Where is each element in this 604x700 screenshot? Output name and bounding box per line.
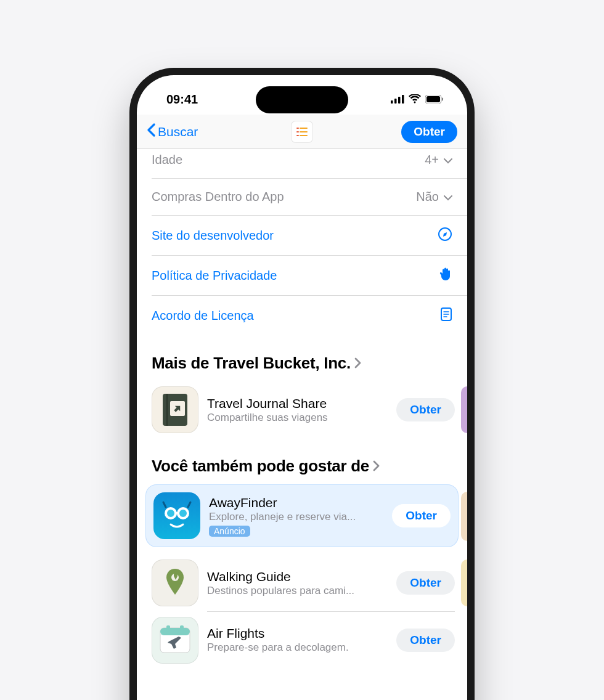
link-license-agreement[interactable]: Acordo de Licença — [152, 296, 467, 335]
app-peek-right[interactable] — [461, 560, 467, 606]
svg-rect-0 — [391, 100, 393, 104]
app-info: AwayFinder Explore, planeje e reserve vi… — [209, 495, 383, 537]
info-value: Não — [416, 190, 452, 204]
app-peek-right[interactable] — [461, 386, 467, 433]
link-label: Site do desenvolvedor — [152, 229, 274, 243]
nav-app-icon[interactable] — [291, 121, 313, 143]
svg-point-23 — [167, 510, 174, 517]
app-info: Travel Journal Share Compartilhe suas vi… — [207, 396, 388, 424]
app-name: Air Flights — [207, 626, 388, 641]
get-button[interactable]: Obter — [396, 629, 455, 652]
app-icon — [152, 386, 198, 433]
status-time: 09:41 — [166, 92, 198, 107]
get-button[interactable]: Obter — [392, 504, 451, 527]
status-indicators — [391, 92, 444, 107]
link-developer-site[interactable]: Site do desenvolvedor — [152, 216, 467, 256]
chevron-right-icon — [354, 354, 361, 373]
chevron-down-icon — [444, 190, 452, 204]
info-row-age[interactable]: Idade 4+ — [152, 149, 467, 179]
app-subtitle: Compartilhe suas viagens — [207, 412, 388, 424]
get-button[interactable]: Obter — [396, 398, 455, 421]
app-info: Walking Guide Destinos populares para ca… — [207, 569, 388, 597]
svg-rect-6 — [442, 97, 443, 100]
app-name: Travel Journal Share — [207, 396, 388, 411]
section-more-from-developer[interactable]: Mais de Travel Bucket, Inc. — [137, 335, 467, 381]
compass-icon — [438, 227, 452, 244]
info-label: Compras Dentro do App — [152, 190, 284, 204]
svg-rect-5 — [426, 96, 440, 102]
app-row-travel-journal[interactable]: Travel Journal Share Compartilhe suas vi… — [137, 381, 467, 438]
wifi-icon — [409, 92, 421, 107]
svg-point-24 — [179, 510, 187, 517]
nav-bar: Buscar Obter — [137, 115, 467, 149]
svg-rect-19 — [166, 394, 168, 426]
svg-rect-3 — [402, 95, 404, 104]
back-label: Buscar — [158, 124, 198, 139]
chevron-left-icon — [147, 123, 155, 140]
app-subtitle: Explore, planeje e reserve via... — [209, 511, 383, 523]
phone-screen: 09:41 Buscar — [137, 75, 467, 700]
svg-rect-30 — [180, 625, 184, 632]
chevron-right-icon — [373, 457, 380, 476]
section-you-might-like[interactable]: Você também pode gostar de — [137, 438, 467, 484]
svg-rect-2 — [398, 97, 401, 104]
phone-frame: 09:41 Buscar — [129, 68, 475, 700]
ad-badge: Anúncio — [209, 526, 250, 537]
back-button[interactable]: Buscar — [147, 123, 198, 140]
svg-rect-1 — [394, 99, 397, 104]
app-icon — [152, 617, 198, 664]
svg-rect-28 — [160, 628, 190, 635]
document-icon — [440, 307, 452, 324]
info-label: Idade — [152, 153, 182, 167]
nav-get-button[interactable]: Obter — [401, 121, 457, 143]
svg-rect-29 — [166, 625, 170, 632]
app-row-awayfinder-ad[interactable]: AwayFinder Explore, planeje e reserve vi… — [145, 484, 459, 547]
battery-icon — [425, 92, 444, 107]
app-info: Air Flights Prepare-se para a decolagem. — [207, 626, 388, 654]
app-row-air-flights[interactable]: Air Flights Prepare-se para a decolagem.… — [137, 612, 467, 669]
info-row-iap[interactable]: Compras Dentro do App Não — [152, 179, 467, 216]
section-title: Mais de Travel Bucket, Inc. — [152, 354, 351, 373]
link-label: Política de Privacidade — [152, 269, 277, 283]
content-scroll[interactable]: Idade 4+ Compras Dentro do App Não — [137, 149, 467, 669]
app-name: AwayFinder — [209, 495, 383, 510]
info-value: 4+ — [425, 153, 452, 167]
app-icon — [153, 492, 200, 539]
link-label: Acordo de Licença — [152, 309, 254, 323]
app-subtitle: Destinos populares para cami... — [207, 585, 388, 597]
link-privacy-policy[interactable]: Política de Privacidade — [152, 256, 467, 296]
app-name: Walking Guide — [207, 569, 388, 584]
section-title: Você também pode gostar de — [152, 457, 369, 476]
svg-rect-25 — [176, 512, 178, 515]
app-icon — [152, 560, 198, 606]
app-row-walking-guide[interactable]: Walking Guide Destinos populares para ca… — [137, 555, 467, 611]
hand-icon — [439, 267, 452, 284]
cellular-icon — [391, 92, 404, 107]
chevron-down-icon — [444, 153, 452, 167]
dynamic-island — [256, 86, 348, 113]
app-subtitle: Prepare-se para a decolagem. — [207, 641, 388, 654]
app-peek-right[interactable] — [461, 492, 467, 541]
get-button[interactable]: Obter — [396, 571, 455, 595]
